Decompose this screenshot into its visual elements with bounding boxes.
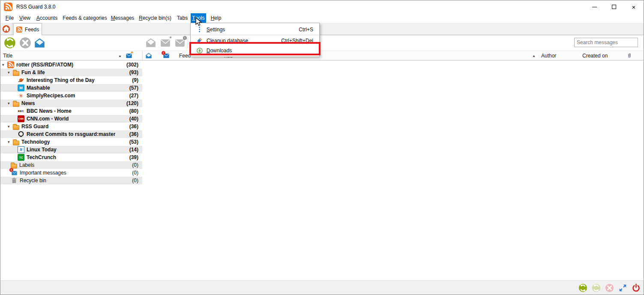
menu-recycle-bins[interactable]: Recycle bin(s)	[136, 13, 174, 23]
annotation-highlight-box	[189, 42, 321, 55]
messages-created-column-header[interactable]: Created on	[582, 51, 608, 60]
envelope-star-gray-icon: ★	[160, 37, 171, 48]
tree-row-technology[interactable]: ▾ Technology (53)	[0, 138, 142, 146]
unread-count: (302)	[126, 62, 138, 68]
feed-title: Linux Today	[27, 147, 57, 153]
feeds-rss-icon	[16, 27, 22, 33]
menu-file[interactable]: File	[3, 13, 17, 23]
unread-count: (36)	[129, 123, 138, 129]
feed-title: rotter (RSS/RDF/ATOM)	[16, 62, 73, 68]
tree-row-simplyrecipes[interactable]: ✳ SimplyRecipes.com (27)	[0, 92, 142, 99]
refresh-feeds-button[interactable]	[4, 37, 16, 49]
exclamation-badge: !	[9, 168, 13, 172]
menu-view[interactable]: View	[17, 13, 33, 23]
menu-feeds-categories[interactable]: Feeds & categories	[61, 13, 109, 23]
mouse-cursor	[195, 17, 202, 26]
menu-messages[interactable]: Messages	[109, 13, 136, 23]
tree-row-interesting-thing[interactable]: Interesting Thing of the Day (9)	[0, 76, 142, 84]
menu-item-settings[interactable]: Settings Ctrl+S	[191, 24, 319, 34]
mark-all-read-button[interactable]	[33, 37, 45, 49]
unread-count: (27)	[129, 93, 138, 99]
unread-count: (80)	[129, 108, 138, 114]
menu-tabs[interactable]: Tabs	[175, 13, 190, 23]
labels-folder-icon	[11, 164, 17, 169]
feeds-title-column-header[interactable]: Title	[3, 51, 12, 60]
close-button[interactable]: ×	[624, 0, 644, 13]
home-icon	[2, 25, 10, 33]
star-badge: ★	[169, 36, 172, 39]
messages-attachment-column-header[interactable]	[626, 51, 633, 60]
tree-row-recent-commits[interactable]: Recent Commits to rssguard:master (36)	[0, 130, 142, 138]
expander-icon[interactable]: ▾	[7, 140, 13, 144]
folder-icon	[13, 71, 19, 76]
menu-accounts[interactable]: Accounts	[34, 13, 60, 23]
statusbar-refresh-disabled-button[interactable]	[591, 283, 601, 292]
bbc-icon: BBC	[18, 108, 24, 114]
column-header-row: Title ▲ ★ ! Feed Title ▲ Author Created …	[0, 51, 644, 60]
mark-message-read-button-disabled[interactable]	[145, 37, 157, 49]
feed-title: Recent Commits to rssguard:master	[27, 131, 115, 137]
tree-row-rotter[interactable]: ▾ rotter (RSS/RDF/ATOM) (302)	[0, 61, 142, 69]
title-bar: RSS Guard 3.8.0 ×	[0, 0, 644, 13]
statusbar-refresh-button[interactable]	[578, 283, 587, 292]
folder-title: Fun & life	[21, 69, 45, 75]
expand-arrows-icon	[618, 283, 627, 292]
statusbar-stop-disabled-button[interactable]	[605, 283, 614, 292]
folder-title: News	[21, 100, 35, 106]
tree-row-important-messages[interactable]: ! Important messages (0)	[0, 169, 142, 177]
app-window: RSS Guard 3.8.0 × File View Accounts Fee…	[0, 0, 644, 295]
planet-icon	[18, 77, 24, 84]
tree-row-bbc-news[interactable]: BBC BBC News - Home (80)	[0, 107, 142, 115]
count: (0)	[132, 170, 138, 176]
tab-feeds-label: Feeds	[25, 27, 39, 33]
tree-row-fun-life[interactable]: ▾ Fun & life (93)	[0, 69, 142, 76]
folder-icon	[13, 102, 19, 107]
search-input[interactable]	[574, 38, 638, 47]
feed-title: BBC News - Home	[27, 108, 72, 114]
cnn-icon: CNN	[18, 115, 24, 122]
tab-feeds[interactable]: Feeds	[13, 23, 42, 36]
tree-row-linux-today[interactable]: lt Linux Today (14)	[0, 146, 142, 154]
window-title: RSS Guard 3.8.0	[16, 4, 55, 10]
trash-icon	[11, 177, 18, 184]
quit-button[interactable]	[631, 283, 641, 292]
menu-help[interactable]: Help	[208, 13, 224, 23]
tree-row-rss-guard[interactable]: ▾ RSS Guard (36)	[0, 123, 142, 130]
refresh-icon	[4, 37, 16, 49]
expander-icon[interactable]: ▾	[7, 101, 13, 105]
open-envelope-icon	[145, 52, 152, 59]
content-area: ▾ rotter (RSS/RDF/ATOM) (302) ▾ Fun & li…	[0, 61, 644, 280]
fullscreen-toggle-button[interactable]	[618, 283, 627, 292]
messages-read-column-header[interactable]	[145, 51, 152, 60]
folder-icon	[13, 141, 19, 145]
minimize-button[interactable]	[584, 0, 604, 13]
github-icon	[18, 131, 24, 138]
app-rss-icon	[4, 3, 12, 11]
feed-title: SimplyRecipes.com	[27, 93, 75, 99]
stop-refresh-button[interactable]	[19, 37, 31, 49]
mark-important-button-disabled[interactable]: !	[174, 37, 186, 49]
tree-row-recycle-bin[interactable]: Recycle bin (0)	[0, 177, 142, 184]
expander-icon[interactable]: ▾	[2, 63, 7, 67]
home-tab-button[interactable]	[0, 23, 12, 35]
open-envelope-icon	[34, 37, 45, 49]
tree-row-labels[interactable]: Labels (0)	[0, 161, 142, 169]
tree-row-techcrunch[interactable]: TC TechCrunch (39)	[0, 154, 142, 161]
tree-row-cnn-world[interactable]: CNN CNN.com - World (40)	[0, 115, 142, 123]
messages-author-column-header[interactable]: Author	[541, 51, 556, 60]
linuxtoday-icon: lt	[18, 146, 24, 153]
feeds-counts-column-header[interactable]: ★	[126, 51, 132, 60]
mark-message-unread-button-disabled[interactable]: ★	[159, 37, 171, 49]
tree-row-news[interactable]: ▾ News (120)	[0, 99, 142, 107]
menu-separator	[191, 35, 319, 35]
expander-icon[interactable]: ▾	[7, 124, 13, 129]
status-bar	[0, 280, 644, 295]
shortcut-label: Ctrl+S	[299, 27, 313, 33]
envelope-star-icon: ★	[126, 52, 132, 59]
rss-feed-icon	[7, 61, 14, 68]
messages-importance-column-header[interactable]: !	[163, 51, 170, 60]
tree-row-mashable[interactable]: M Mashable (57)	[0, 84, 142, 92]
maximize-button[interactable]	[604, 0, 624, 13]
refresh-disabled-icon	[592, 283, 601, 292]
expander-icon[interactable]: ▾	[7, 70, 13, 75]
